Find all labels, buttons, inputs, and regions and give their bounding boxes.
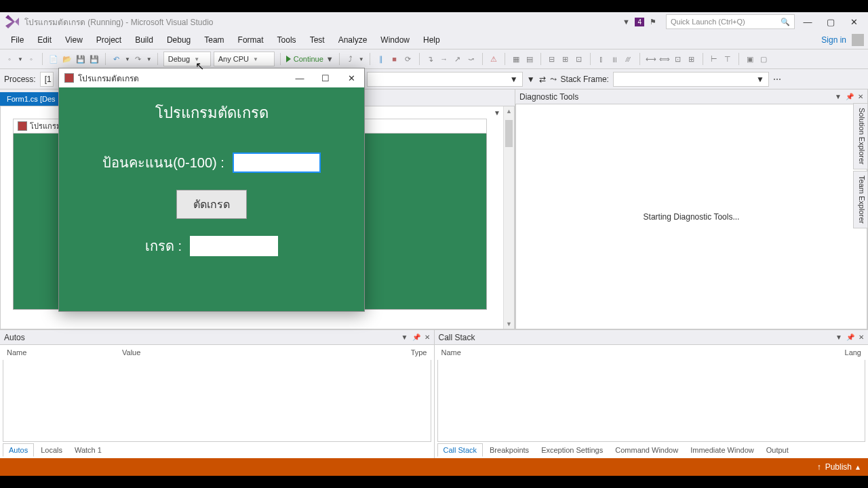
spacing-icon2[interactable]: ⫼ <box>610 54 620 64</box>
tab-immediate[interactable]: Immediate Window <box>685 444 760 456</box>
save-icon[interactable]: 💾 <box>75 54 86 64</box>
filter-icon[interactable]: ▼ <box>527 75 535 84</box>
layout-icon2[interactable]: ⊞ <box>560 54 571 64</box>
menu-file[interactable]: File <box>4 33 31 47</box>
center-icon2[interactable]: ⊤ <box>722 54 733 64</box>
close-icon[interactable]: ✕ <box>859 333 864 341</box>
restore-button[interactable]: ▢ <box>821 14 841 30</box>
step-icon[interactable]: ⤴ <box>345 54 356 64</box>
menu-view[interactable]: View <box>58 33 90 47</box>
menu-build[interactable]: Build <box>128 33 160 47</box>
app-close-button[interactable]: ✕ <box>338 68 364 87</box>
side-tab-team-explorer[interactable]: Team Explorer <box>853 171 868 228</box>
order-icon2[interactable]: ▢ <box>758 54 769 64</box>
menu-analyze[interactable]: Analyze <box>332 33 374 47</box>
platform-dropdown[interactable]: Any CPU▼ <box>214 52 275 66</box>
undo-icon[interactable]: ↶ <box>111 54 122 64</box>
menu-team[interactable]: Team <box>197 33 231 47</box>
layout-icon[interactable]: ⊟ <box>547 54 557 64</box>
menu-test[interactable]: Test <box>303 33 332 47</box>
nav-back-icon[interactable]: ◦ <box>4 54 15 64</box>
stackframe-dropdown[interactable]: ▼ <box>613 72 769 87</box>
col-name[interactable]: Name <box>441 348 845 357</box>
tab-command[interactable]: Command Window <box>610 444 684 456</box>
spacing-icon3[interactable]: ⫻ <box>623 54 634 64</box>
restart-icon[interactable]: ⟳ <box>403 54 414 64</box>
tab-breakpoints[interactable]: Breakpoints <box>484 444 534 456</box>
menu-debug[interactable]: Debug <box>160 33 197 47</box>
chevron-up-icon[interactable]: ▴ <box>856 462 860 472</box>
pin-icon[interactable]: 📌 <box>846 333 854 341</box>
tab-output[interactable]: Output <box>761 444 794 456</box>
open-icon[interactable]: 📂 <box>62 54 73 64</box>
save-all-icon[interactable]: 💾 <box>89 54 100 64</box>
panel-dropdown-icon[interactable]: ▼ <box>401 333 408 341</box>
menu-edit[interactable]: Edit <box>31 33 58 47</box>
redo-icon[interactable]: ↷ <box>133 54 144 64</box>
menu-format[interactable]: Format <box>231 33 271 47</box>
score-input[interactable] <box>233 152 321 173</box>
pin-icon[interactable]: 📌 <box>412 333 420 341</box>
panel-dropdown-icon[interactable]: ▼ <box>835 333 842 341</box>
doc-dropdown-icon[interactable]: ▼ <box>494 109 500 117</box>
scrollbar[interactable]: ▲ ▼ <box>503 106 514 329</box>
step-over-icon[interactable]: → <box>439 54 450 64</box>
minimize-button[interactable]: — <box>797 14 818 30</box>
col-lang[interactable]: Lang <box>845 348 861 357</box>
user-icon[interactable] <box>852 34 864 46</box>
nav-fwd-icon[interactable]: ◦ <box>26 54 37 64</box>
app-minimize-button[interactable]: — <box>287 68 313 87</box>
pause-icon[interactable]: ∥ <box>376 54 387 64</box>
tab-locals[interactable]: Locals <box>35 444 68 456</box>
tab-callstack[interactable]: Call Stack <box>437 443 484 457</box>
scroll-down-icon[interactable]: ▼ <box>506 321 512 327</box>
col-type[interactable]: Type <box>411 348 427 357</box>
size-icon2[interactable]: ⟺ <box>659 54 670 64</box>
menu-help[interactable]: Help <box>416 33 447 47</box>
step-out-icon[interactable]: ↗ <box>452 54 463 64</box>
scroll-up-icon[interactable]: ▲ <box>506 108 512 115</box>
exception-icon[interactable]: ⚠ <box>488 54 499 64</box>
step-cursor-icon[interactable]: ⤻ <box>466 54 477 64</box>
grade-output[interactable] <box>190 236 278 256</box>
menu-tools[interactable]: Tools <box>271 33 303 47</box>
size-icon4[interactable]: ⊞ <box>686 54 697 64</box>
scroll-thumb[interactable] <box>505 120 513 147</box>
flag-icon[interactable]: ⚑ <box>647 16 659 28</box>
quick-launch-input[interactable]: Quick Launch (Ctrl+Q) 🔍 <box>666 14 795 29</box>
align-icon2[interactable]: ▤ <box>524 54 535 64</box>
close-icon[interactable]: ✕ <box>425 333 430 341</box>
app-maximize-button[interactable]: ☐ <box>313 68 338 87</box>
spacing-icon[interactable]: ⫿ <box>596 54 607 64</box>
col-name[interactable]: Name <box>7 348 122 357</box>
close-icon[interactable]: ✕ <box>858 93 863 100</box>
tab-exception[interactable]: Exception Settings <box>536 444 608 456</box>
filter-icon[interactable]: ▼ <box>620 16 632 28</box>
publish-up-icon[interactable]: ↑ <box>817 462 821 472</box>
order-icon[interactable]: ▣ <box>745 54 755 64</box>
filter3-icon[interactable]: ⤳ <box>550 75 557 84</box>
publish-button[interactable]: Publish <box>825 462 852 472</box>
config-dropdown[interactable]: Debug▼ <box>163 52 211 66</box>
app-titlebar[interactable]: โปรแกรมตัดเกรด — ☐ ✕ <box>59 68 364 87</box>
menu-project[interactable]: Project <box>90 33 128 47</box>
tab-watch1[interactable]: Watch 1 <box>69 444 107 456</box>
process-dropdown[interactable]: [1 <box>40 72 54 87</box>
thread-dropdown[interactable]: ▼ <box>367 72 523 87</box>
size-icon[interactable]: ⟷ <box>646 54 656 64</box>
tab-autos[interactable]: Autos <box>3 443 34 457</box>
step-into-icon[interactable]: ↴ <box>425 54 436 64</box>
pin-icon[interactable]: 📌 <box>846 93 854 100</box>
align-icon[interactable]: ▦ <box>511 54 521 64</box>
new-project-icon[interactable]: 📄 <box>48 54 59 64</box>
stop-icon[interactable]: ■ <box>389 54 400 64</box>
col-value[interactable]: Value <box>122 348 411 357</box>
grade-button[interactable]: ตัดเกรด <box>176 190 247 219</box>
layout-icon3[interactable]: ⊡ <box>574 54 585 64</box>
continue-button[interactable]: Continue▼ <box>286 55 334 63</box>
document-tab[interactable]: Form1.cs [Des <box>0 92 62 106</box>
panel-dropdown-icon[interactable]: ▼ <box>835 93 842 100</box>
sign-in-link[interactable]: Sign in <box>821 35 846 45</box>
filter2-icon[interactable]: ⇄ <box>539 75 546 84</box>
size-icon3[interactable]: ⊡ <box>673 54 684 64</box>
